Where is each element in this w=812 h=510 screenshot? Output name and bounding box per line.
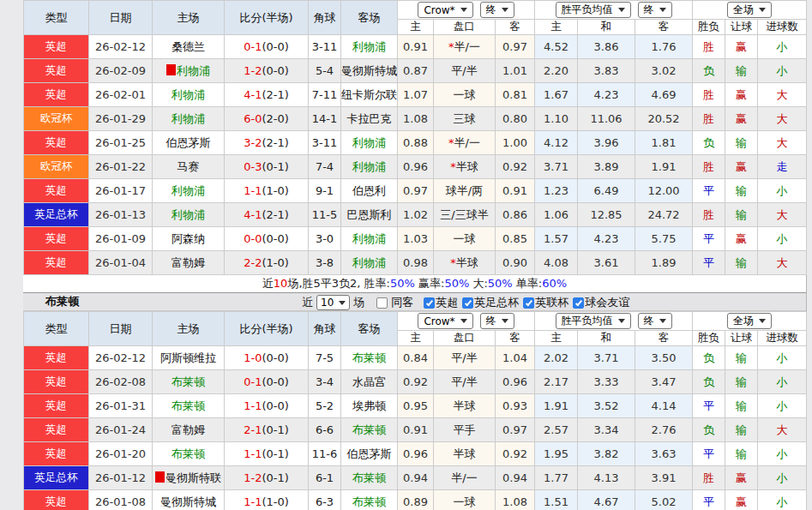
- home-team[interactable]: 利物浦: [153, 203, 225, 227]
- away-team[interactable]: 利物浦: [341, 155, 398, 179]
- result-goals: 大: [758, 83, 807, 107]
- away-team[interactable]: 利物浦: [341, 35, 398, 59]
- handicap-odds-away: 1.04: [496, 346, 535, 370]
- league-checkbox[interactable]: [573, 297, 584, 309]
- home-team[interactable]: 利物浦: [153, 107, 225, 131]
- same-away-checkbox[interactable]: [376, 297, 388, 309]
- away-team[interactable]: 布莱顿: [341, 418, 398, 442]
- avg-odds-home: 2.57: [535, 418, 578, 442]
- away-team[interactable]: 布莱顿: [341, 490, 398, 510]
- match-row: 英超 26-01-25 伯恩茅斯 3-2(2-1) 3-11 利物浦 0.88 …: [24, 131, 807, 155]
- match-score: 0-1(0-0): [225, 35, 309, 59]
- recent-count-select[interactable]: 10: [316, 295, 350, 310]
- handicap-odds-away: 0.97: [496, 418, 535, 442]
- result-wdl: 平: [693, 442, 725, 466]
- match-score: 6-0(2-0): [225, 107, 309, 131]
- league-checkbox[interactable]: [424, 297, 435, 309]
- home-team[interactable]: 桑德兰: [153, 35, 225, 59]
- home-team[interactable]: 布莱顿: [153, 370, 225, 394]
- handicap-odds-home: 0.94: [398, 466, 434, 490]
- home-team[interactable]: 利物浦: [153, 83, 225, 107]
- team2-section-bar: 布莱顿 近 10 场 同客 英超英足总杯英联杯球会友谊: [23, 292, 806, 311]
- away-team[interactable]: 利物浦: [341, 251, 398, 275]
- handicap-line: 三/三球半: [434, 203, 496, 227]
- away-team[interactable]: 卡拉巴克: [341, 107, 398, 131]
- away-team[interactable]: 利物浦: [341, 227, 398, 251]
- result-wdl: 平: [693, 490, 725, 510]
- home-team[interactable]: 富勒姆: [153, 251, 225, 275]
- away-team[interactable]: 纽卡斯尔联: [341, 83, 398, 107]
- away-team[interactable]: 布莱顿: [341, 346, 398, 370]
- home-team[interactable]: 利物浦: [153, 179, 225, 203]
- chevron-down-icon: [659, 319, 666, 323]
- bookmaker-select[interactable]: Crow*: [418, 2, 472, 18]
- handicap-odds-home: 0.95: [398, 394, 434, 418]
- away-team[interactable]: 水晶宫: [341, 370, 398, 394]
- full-match-select[interactable]: 全场: [727, 2, 772, 18]
- final-odds-select-2[interactable]: 终: [638, 313, 672, 329]
- home-team[interactable]: 伯恩茅斯: [153, 131, 225, 155]
- home-team[interactable]: 利物浦: [153, 59, 225, 83]
- match-score: 1-1(0-0): [225, 394, 309, 418]
- avg-odds-draw: 3.71: [578, 346, 635, 370]
- away-team[interactable]: 巴恩斯利: [341, 203, 398, 227]
- final-odds-select-2[interactable]: 终: [638, 2, 672, 18]
- full-match-select-value: 全场: [733, 3, 754, 17]
- match-row: 英超 26-01-24 富勒姆 2-1(0-1) 6-6 布莱顿 0.91 平手…: [24, 418, 807, 442]
- result-wdl: 负: [693, 418, 725, 442]
- avg-odds-select[interactable]: 胜平负均值: [556, 2, 631, 18]
- handicap-odds-home: 1.07: [398, 83, 434, 107]
- handicap-odds-home: 0.87: [398, 59, 434, 83]
- summary-segment: 近: [262, 277, 274, 290]
- away-team[interactable]: 伯恩茅斯: [341, 442, 398, 466]
- avg-odds-select[interactable]: 胜平负均值: [556, 313, 631, 329]
- away-team[interactable]: 布莱顿: [341, 466, 398, 490]
- home-team[interactable]: 阿斯顿维拉: [153, 346, 225, 370]
- avg-odds-away: 1.76: [635, 35, 693, 59]
- bookmaker-select[interactable]: Crow*: [418, 313, 472, 329]
- sub-header-odds-away: 客: [496, 20, 535, 35]
- avg-odds-away: 12.00: [635, 179, 693, 203]
- league-badge: 英超: [24, 227, 89, 251]
- sub-header-goals: 进球数: [758, 20, 807, 35]
- league-checkbox-label: 英超: [436, 295, 458, 310]
- full-match-select[interactable]: 全场: [727, 313, 772, 329]
- avg-odds-draw: 3.33: [578, 370, 635, 394]
- league-checkbox[interactable]: [523, 297, 534, 309]
- match-row: 英足总杯 26-01-12 曼彻斯特联 1-2(0-1) 6-1 布莱顿 0.9…: [24, 466, 807, 490]
- final-odds-select[interactable]: 终: [480, 313, 514, 329]
- home-team[interactable]: 曼彻斯特联: [153, 466, 225, 490]
- away-team[interactable]: 利物浦: [341, 131, 398, 155]
- handicap-line: 半/一: [434, 466, 496, 490]
- league-badge: 英超: [24, 131, 89, 155]
- col-header-home: 主场: [153, 312, 225, 346]
- col-header-home: 主场: [153, 1, 225, 35]
- home-team[interactable]: 阿森纳: [153, 227, 225, 251]
- match-row: 英超 26-01-31 布莱顿 1-1(0-0) 5-2 埃弗顿 0.95 半球…: [24, 394, 807, 418]
- home-team[interactable]: 布莱顿: [153, 394, 225, 418]
- handicap-line: 平手: [434, 418, 496, 442]
- league-checkbox[interactable]: [462, 297, 473, 309]
- final-odds-select-value: 终: [644, 314, 654, 328]
- corner-count: 3-4: [309, 370, 341, 394]
- home-team[interactable]: 富勒姆: [153, 418, 225, 442]
- avg-odds-draw: 4.23: [578, 227, 635, 251]
- match-score: 0-3(0-1): [225, 155, 309, 179]
- match-score: 1-2(0-0): [225, 59, 309, 83]
- avg-odds-home: 2.17: [535, 370, 578, 394]
- home-team[interactable]: 马赛: [153, 155, 225, 179]
- recent-label: 近: [302, 295, 313, 310]
- away-team[interactable]: 埃弗顿: [341, 394, 398, 418]
- team2-rows: 英超 26-02-12 阿斯顿维拉 1-0(0-0) 7-5 布莱顿 0.84 …: [24, 346, 807, 510]
- result-goals: 走: [758, 155, 807, 179]
- result-wdl: 胜: [693, 107, 725, 131]
- home-team[interactable]: 曼彻斯特城: [153, 490, 225, 510]
- sub-header-handicap: 盘口: [434, 20, 496, 35]
- away-team[interactable]: 伯恩利: [341, 179, 398, 203]
- final-odds-select[interactable]: 终: [480, 2, 514, 18]
- league-badge: 英超: [24, 35, 89, 59]
- sub-header-avg-away: 客: [635, 20, 693, 35]
- away-team[interactable]: 曼彻斯特城: [341, 59, 398, 83]
- handicap-odds-home: 0.96: [398, 155, 434, 179]
- home-team[interactable]: 布莱顿: [153, 442, 225, 466]
